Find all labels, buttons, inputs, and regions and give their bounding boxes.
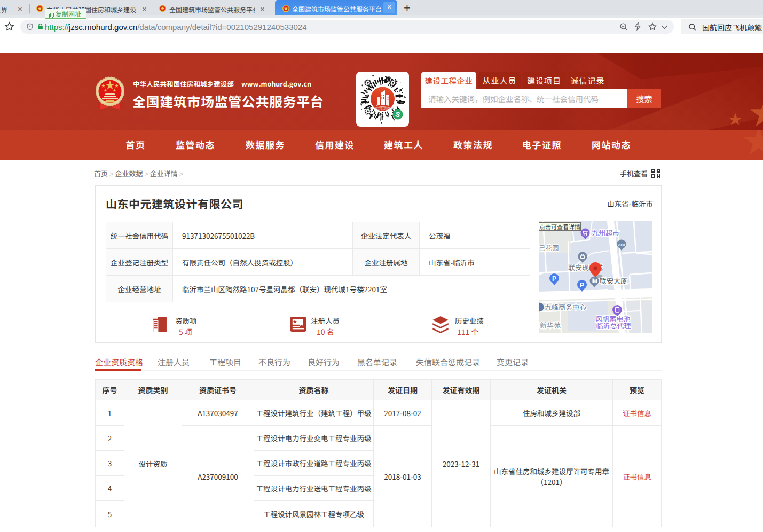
svg-text:九州超市: 九州超市 [592,228,619,238]
svg-text:联安大厦: 联安大厦 [600,276,627,286]
svg-text:己花园: 己花园 [539,242,559,253]
svg-text:九峰商务中心: 九峰商务中心 [545,302,586,312]
svg-text:ATM: ATM [618,243,625,246]
svg-text:P: P [580,281,584,289]
svg-text:公共服务平台: 公共服务平台 [378,108,387,111]
svg-text:P: P [552,275,556,283]
svg-text:临沂总代理: 临沂总代理 [596,320,631,331]
svg-text:新华苑: 新华苑 [540,320,561,330]
